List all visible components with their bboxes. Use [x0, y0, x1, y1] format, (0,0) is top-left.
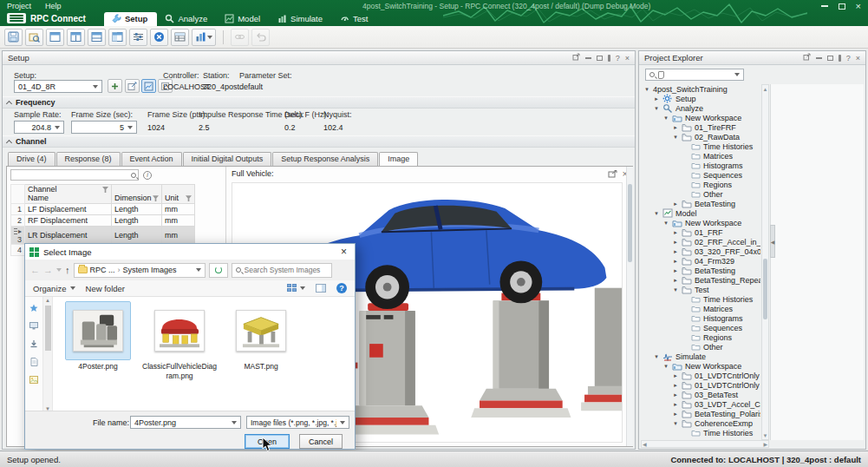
tree-item[interactable]: Other	[641, 189, 760, 199]
pin-icon[interactable]	[839, 55, 841, 62]
documents-icon[interactable]	[30, 358, 38, 368]
expander-icon[interactable]: ▸	[672, 382, 679, 389]
dialog-search-input[interactable]	[245, 266, 328, 274]
expander-icon[interactable]: ▸	[672, 401, 679, 408]
organize-menu[interactable]: Organize	[33, 284, 75, 293]
tree-item[interactable]: ▸01_LVDTCntrlOnly _T	[641, 380, 760, 390]
refresh-button[interactable]	[209, 263, 228, 278]
tree-item[interactable]: ▸BetaTesting	[641, 199, 760, 208]
tree-item[interactable]: Time Histories	[641, 294, 760, 304]
channel-search-box[interactable]	[10, 169, 139, 181]
expander-icon[interactable]: ▾	[662, 115, 669, 122]
expander-icon[interactable]: ▾	[643, 86, 650, 93]
help-icon[interactable]: ?	[336, 283, 347, 293]
tree-item[interactable]: ▾New Workspace	[641, 218, 760, 227]
tree-item[interactable]: Matrices	[641, 304, 760, 313]
expander-icon[interactable]: ▾	[662, 363, 669, 370]
up-icon[interactable]: ↑	[65, 266, 70, 275]
tree-item[interactable]: Time Histories	[641, 141, 760, 151]
tree-item[interactable]: ▾4post_SwitchTraining	[641, 84, 760, 94]
image-view-button[interactable]	[141, 79, 156, 93]
expander-icon[interactable]: ▸	[672, 411, 679, 418]
minimize-icon[interactable]	[821, 5, 828, 7]
expander-icon[interactable]: ▸	[672, 372, 679, 379]
scroll-left-icon[interactable]: ◀	[643, 441, 647, 447]
expander-icon[interactable]: ▸	[672, 258, 679, 265]
tree-item[interactable]: Regions	[641, 332, 760, 342]
ribbon-tab-analyze[interactable]: Analyze	[157, 12, 217, 26]
tree-item[interactable]: ▸BetaTesting_Polaris	[641, 409, 760, 418]
expander-icon[interactable]: ▸	[672, 248, 679, 255]
sidebar-scrollbar[interactable]: ▲ ▼	[42, 297, 53, 412]
tree-item[interactable]: Regions	[641, 180, 760, 189]
ribbon-tab-setup[interactable]: Setup	[104, 12, 157, 26]
file-item[interactable]: ClassicFullVehicleDiagram.png	[141, 302, 218, 380]
back-icon[interactable]: ←	[30, 266, 40, 275]
close-icon[interactable]: ×	[856, 3, 861, 10]
channel-tab-initial-digital-outputs[interactable]: Initial Digital Outputs	[183, 152, 272, 166]
scroll-up-icon[interactable]: ▲	[43, 298, 52, 303]
tree-item[interactable]: ▾Model	[641, 208, 760, 218]
tree-item[interactable]: Histograms	[641, 161, 760, 170]
table-button[interactable]	[171, 29, 189, 46]
close-icon[interactable]: ×	[625, 55, 630, 62]
expander-icon[interactable]: ▸	[672, 391, 679, 398]
tree-item[interactable]: ▾New Workspace	[641, 361, 760, 371]
project-filter-box[interactable]	[645, 69, 744, 81]
channel-tab-setup-response-analysis[interactable]: Setup Response Analysis	[272, 152, 378, 166]
forward-icon[interactable]: →	[43, 266, 53, 275]
expander-icon[interactable]: ▾	[662, 220, 669, 227]
setup-select[interactable]: 01_4D_8R	[14, 80, 102, 93]
tree-item[interactable]: Matrices	[641, 151, 760, 161]
tree-item[interactable]: Other	[641, 342, 760, 352]
tree-item[interactable]: Histograms	[641, 313, 760, 323]
project-tree-vscrollbar[interactable]: ▲ ▼	[761, 84, 769, 440]
tree-item[interactable]: ▸02_FRF_Accel_in_g	[641, 237, 760, 247]
expander-icon[interactable]: ▸	[672, 201, 679, 207]
new-folder-button[interactable]: New folder	[86, 284, 125, 293]
downloads-icon[interactable]	[29, 339, 38, 350]
channel-search-input[interactable]	[13, 171, 131, 180]
filter-icon[interactable]	[186, 195, 192, 201]
dialog-close-icon[interactable]: ×	[337, 246, 350, 258]
splitter-handle[interactable]: ◀	[770, 225, 775, 258]
expander-icon[interactable]: ▸	[653, 95, 660, 102]
tree-item[interactable]: ▸03_LVDT_Accel_Cntrl	[641, 399, 760, 409]
tree-item[interactable]: Time Histories	[641, 428, 760, 437]
expander-icon[interactable]: ▸	[672, 267, 679, 274]
column-header[interactable]: Channel Name	[25, 185, 112, 204]
expander-icon[interactable]: ▸	[672, 124, 679, 131]
scroll-up-icon[interactable]: ▲	[762, 85, 768, 93]
tree-item[interactable]: ▸01_FRF	[641, 227, 760, 237]
tree-item[interactable]: ▸03_BetaTest	[641, 390, 760, 399]
tree-item[interactable]: Sequences	[641, 323, 760, 332]
maximize-icon[interactable]	[597, 56, 603, 61]
tree-item[interactable]: ▸04_Frm329	[641, 256, 760, 266]
channel-tab-event-action[interactable]: Event Action	[121, 152, 182, 166]
tree-item[interactable]: ▾New Workspace	[641, 113, 760, 122]
stop-button[interactable]	[150, 29, 168, 46]
close-icon[interactable]: ×	[856, 55, 860, 62]
scroll-down-icon[interactable]: ▼	[762, 431, 768, 439]
channel-tab-response-8-[interactable]: Response (8)	[56, 152, 121, 166]
help-icon[interactable]: ?	[846, 55, 851, 62]
expander-icon[interactable]: ▸	[672, 277, 679, 284]
minimize-icon[interactable]	[585, 57, 591, 59]
sliders-button[interactable]	[129, 29, 147, 46]
desktop-icon[interactable]	[29, 322, 38, 332]
expander-icon[interactable]: ▾	[672, 420, 679, 427]
maximize-icon[interactable]	[839, 3, 845, 10]
menu-project[interactable]: Project	[7, 2, 31, 10]
ribbon-tab-simulate[interactable]: Simulate	[270, 12, 332, 26]
chart-picker-button[interactable]	[192, 29, 216, 46]
channel-tab-image[interactable]: Image	[379, 152, 418, 167]
column-header[interactable]: Unit	[162, 185, 195, 204]
file-name-input[interactable]: 4Poster.png	[130, 416, 241, 429]
tree-item[interactable]: Sequences	[641, 170, 760, 180]
info-icon[interactable]: i	[143, 171, 152, 180]
file-item[interactable]: 4Poster.png	[60, 302, 136, 372]
expander-icon[interactable]: ▸	[672, 229, 679, 236]
tree-item[interactable]: ▾Test	[641, 285, 760, 294]
minimize-icon[interactable]	[816, 57, 822, 59]
tree-item[interactable]: ▾Analyze	[641, 103, 760, 113]
